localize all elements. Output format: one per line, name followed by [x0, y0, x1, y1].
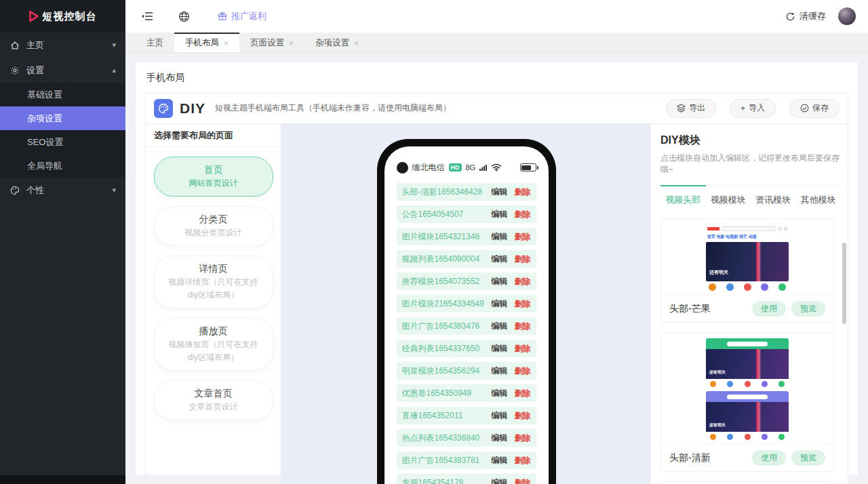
- delete-button[interactable]: 删除: [515, 343, 531, 355]
- phone-module-row[interactable]: 明星模块1654356294 编辑 删除: [397, 362, 536, 380]
- delete-button[interactable]: 删除: [515, 410, 531, 422]
- edit-button[interactable]: 编辑: [492, 209, 508, 220]
- phone-module-row[interactable]: 图片广告1654383476 编辑 删除: [397, 317, 536, 335]
- scrollbar-thumb[interactable]: [842, 243, 846, 324]
- phone-module-row[interactable]: 直播1654352011 编辑 删除: [397, 407, 536, 424]
- edit-button[interactable]: 编辑: [492, 388, 508, 399]
- preview-button[interactable]: 预览: [791, 301, 825, 317]
- edit-button[interactable]: 编辑: [492, 254, 508, 265]
- delete-button[interactable]: 删除: [515, 432, 531, 444]
- app-title: 短视控制台: [43, 10, 97, 23]
- page-card-name: 详情页: [164, 261, 263, 276]
- tab-video-modules[interactable]: 视频模块: [706, 185, 751, 212]
- module-card-mango[interactable]: 首页 电影 电视剧 综艺 动漫 还有明天: [660, 218, 834, 323]
- edit-button[interactable]: 编辑: [492, 410, 508, 422]
- avatar[interactable]: [838, 7, 856, 25]
- globe-icon[interactable]: [177, 9, 191, 23]
- sidebar-item-home[interactable]: 主页 ▾: [0, 33, 125, 58]
- tab-news-modules[interactable]: 资讯模块: [751, 185, 796, 212]
- edit-button[interactable]: 编辑: [492, 231, 508, 243]
- module-card-fresh[interactable]: 还有明天 还有明天: [660, 332, 834, 472]
- collapse-sidebar-icon[interactable]: [140, 9, 154, 23]
- thumb-icon-row: [706, 379, 789, 387]
- tab-page-settings[interactable]: 页面设置 ×: [239, 33, 304, 52]
- delete-button[interactable]: 删除: [515, 477, 531, 484]
- delete-button[interactable]: 删除: [515, 276, 531, 287]
- delete-button[interactable]: 删除: [515, 209, 531, 220]
- save-button[interactable]: 保存: [789, 99, 840, 118]
- edit-button[interactable]: 编辑: [492, 343, 508, 355]
- edit-button[interactable]: 编辑: [492, 432, 508, 444]
- edit-button[interactable]: 编辑: [492, 455, 508, 466]
- module-thumbnail: 首页 电影 电视剧 综艺 动漫 还有明天: [706, 224, 789, 291]
- close-icon[interactable]: ×: [224, 39, 229, 47]
- delete-button[interactable]: 删除: [515, 231, 531, 243]
- tab-mobile-layout[interactable]: 手机布局 ×: [174, 33, 239, 52]
- phone-module-row[interactable]: 优惠卷1654350949 编辑 删除: [397, 384, 536, 402]
- phone-module-row[interactable]: 公告1654054507 编辑 删除: [397, 205, 536, 223]
- page-card-detail[interactable]: 详情页 视频详情页（只可在支持diy区域布局）: [154, 256, 273, 308]
- phone-module-row[interactable]: 图片广告1654383781 编辑 删除: [397, 451, 536, 469]
- delete-button[interactable]: 删除: [515, 365, 531, 377]
- tab-video-header[interactable]: 视频头部: [660, 185, 706, 212]
- phone-module-row[interactable]: 视频列表1654090004 编辑 删除: [397, 250, 536, 268]
- phone-module-row[interactable]: 图片模块21654334549 编辑 删除: [397, 295, 536, 312]
- phone-module-row[interactable]: 热点列表1654336840 编辑 删除: [397, 429, 536, 447]
- delete-button[interactable]: 删除: [515, 321, 531, 332]
- delete-button[interactable]: 删除: [515, 455, 531, 466]
- thumb-poster: 还有明天: [706, 402, 789, 432]
- edit-button[interactable]: 编辑: [492, 477, 508, 484]
- layout-canvas: 缅北电信 HD 8G: [281, 124, 651, 484]
- delete-button[interactable]: 删除: [515, 254, 531, 265]
- logo[interactable]: 短视控制台: [0, 0, 125, 33]
- tab-other-modules[interactable]: 其他模块: [796, 185, 842, 212]
- sidebar-item-settings[interactable]: 设置 ▴: [0, 58, 125, 83]
- hd-badge: HD: [449, 163, 462, 172]
- phone-module-row[interactable]: 推荐模块1654073552 编辑 删除: [397, 273, 536, 290]
- delete-button[interactable]: 删除: [515, 186, 531, 198]
- edit-button[interactable]: 编辑: [492, 321, 508, 332]
- sidebar-item-seo-settings[interactable]: SEO设置: [0, 130, 125, 154]
- export-button[interactable]: 导出: [666, 99, 716, 118]
- battery-icon: [520, 163, 536, 172]
- page-selector-panel: 选择需要布局的页面 首页 网站首页设计 分类页 视频分类页设计 详情页: [146, 124, 281, 484]
- module-card-name: 头部-芒果: [669, 303, 747, 315]
- sidebar-item-misc-settings[interactable]: 杂项设置: [0, 106, 125, 130]
- delete-button[interactable]: 删除: [515, 298, 531, 310]
- page-card-home[interactable]: 首页 网站首页设计: [154, 157, 273, 197]
- phone-module-row[interactable]: 图片模块1654321346 编辑 删除: [397, 228, 536, 245]
- close-icon[interactable]: ×: [289, 39, 294, 47]
- import-button[interactable]: + 导入: [730, 99, 776, 118]
- page-card-player[interactable]: 播放页 视频播放页（只可在支持diy区域布局）: [154, 318, 273, 371]
- page-card-name: 首页: [164, 162, 263, 177]
- topbar: 推广返利 清缓存: [125, 0, 868, 33]
- edit-button[interactable]: 编辑: [492, 276, 508, 287]
- module-card-plain[interactable]: 首页 电影 电视剧 综艺 动漫 还有明天: [660, 481, 834, 484]
- promo-rebate-link[interactable]: 推广返利: [218, 10, 267, 22]
- edit-button[interactable]: 编辑: [492, 186, 508, 198]
- edit-button[interactable]: 编辑: [492, 365, 508, 377]
- module-thumbnail: 还有明天: [706, 338, 789, 387]
- phone-module-row[interactable]: 经典列表1654337650 编辑 删除: [397, 340, 536, 357]
- phone-module-row[interactable]: 头部-清新1656346428 编辑 删除: [397, 183, 536, 201]
- close-icon[interactable]: ×: [354, 39, 359, 47]
- clear-cache-button[interactable]: 清缓存: [785, 10, 826, 22]
- delete-button[interactable]: 删除: [515, 388, 531, 399]
- sidebar-menu: 主页 ▾ 设置 ▴ 基础设置 杂项设置 SEO设置 全局导航 个性: [0, 33, 125, 475]
- phone-module-row[interactable]: 专题1654354178 编辑 删除: [397, 474, 536, 484]
- sidebar-item-global-nav[interactable]: 全局导航: [0, 154, 125, 178]
- module-name: 公告1654054507: [402, 209, 492, 220]
- use-button[interactable]: 使用: [752, 450, 786, 466]
- thumb-icon-row: [706, 432, 789, 440]
- tab-misc-settings[interactable]: 杂项设置 ×: [304, 33, 370, 52]
- sidebar-item-label: 设置: [26, 64, 112, 77]
- tab-home[interactable]: 主页: [136, 33, 174, 52]
- page-card-article[interactable]: 文章首页 文章首页设计: [154, 380, 273, 420]
- preview-button[interactable]: 预览: [791, 450, 825, 466]
- page-card-category[interactable]: 分类页 视频分类页设计: [154, 206, 273, 246]
- edit-button[interactable]: 编辑: [492, 298, 508, 310]
- gift-icon: [218, 12, 227, 21]
- sidebar-item-basic-settings[interactable]: 基础设置: [0, 83, 125, 106]
- use-button[interactable]: 使用: [752, 301, 786, 317]
- sidebar-item-personal[interactable]: 个性 ▾: [0, 178, 125, 203]
